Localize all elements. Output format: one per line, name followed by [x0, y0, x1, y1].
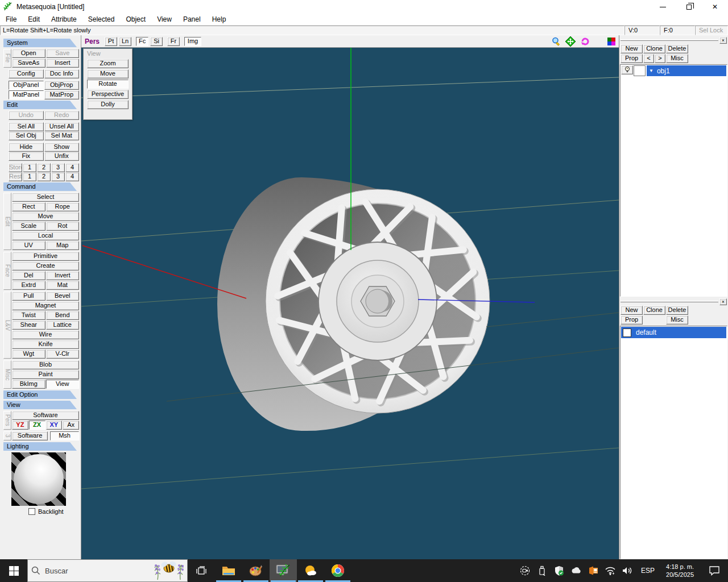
- float-rotate-button[interactable]: Rotate: [87, 80, 129, 89]
- store-slot-3[interactable]: 3: [51, 163, 65, 172]
- usb-device-icon[interactable]: [536, 565, 548, 576]
- taskbar-clock[interactable]: 4:18 p. m. 20/5/2025: [663, 563, 697, 579]
- object-prev-button[interactable]: <: [643, 54, 654, 63]
- rope-tool-button[interactable]: Rope: [46, 202, 80, 211]
- object-list[interactable]: ▼ obj1: [620, 64, 727, 297]
- lighting-preview[interactable]: [11, 452, 66, 506]
- menu-edit[interactable]: Edit: [22, 14, 46, 24]
- restore-slot-4[interactable]: 4: [65, 172, 79, 181]
- material-panel-close-icon[interactable]: ×: [719, 298, 727, 305]
- close-button[interactable]: ✕: [702, 0, 728, 14]
- object-next-button[interactable]: >: [655, 54, 665, 63]
- meet-now-icon[interactable]: [519, 565, 531, 576]
- zoom-tool-icon[interactable]: [552, 37, 561, 46]
- knife-tool-button[interactable]: Knife: [12, 340, 79, 349]
- float-move-button[interactable]: Move: [87, 69, 129, 78]
- restore-slot-1[interactable]: 1: [23, 172, 36, 181]
- float-dolly-button[interactable]: Dolly: [87, 100, 129, 109]
- minimize-button[interactable]: [650, 0, 676, 14]
- object-delete-button[interactable]: Delete: [666, 44, 688, 53]
- sel-all-button[interactable]: Sel All: [9, 122, 44, 131]
- menu-selected[interactable]: Selected: [82, 14, 121, 24]
- msh-button[interactable]: Msh: [50, 431, 79, 440]
- si-toggle-button[interactable]: Si: [150, 37, 163, 46]
- rect-tool-button[interactable]: Rect: [12, 202, 46, 211]
- command-panel-header[interactable]: Command: [3, 182, 77, 191]
- action-center-icon[interactable]: [703, 566, 726, 576]
- img-toggle-button[interactable]: Img: [184, 37, 201, 46]
- unfix-button[interactable]: Unfix: [44, 152, 80, 161]
- store-slot-4[interactable]: 4: [65, 163, 79, 172]
- rot-tool-button[interactable]: Rot: [46, 222, 80, 231]
- store-slot-2[interactable]: 2: [37, 163, 51, 172]
- menu-help[interactable]: Help: [206, 14, 232, 24]
- object-clone-button[interactable]: Clone: [643, 44, 665, 53]
- object-panel-rollup[interactable]: ×: [620, 36, 727, 44]
- extrd-tool-button[interactable]: Extrd: [12, 281, 46, 290]
- rotate-tool-icon[interactable]: [580, 36, 590, 47]
- matpanel-button[interactable]: MatPanel: [9, 90, 44, 99]
- docinfo-button[interactable]: Doc Info: [44, 69, 80, 78]
- software-render-button[interactable]: Software: [12, 411, 79, 420]
- bend-tool-button[interactable]: Bend: [46, 311, 80, 320]
- map-tool-button[interactable]: Map: [46, 241, 80, 250]
- taskbar-search[interactable]: Buscar: [27, 559, 188, 582]
- menu-file[interactable]: File: [0, 14, 22, 24]
- local-tool-button[interactable]: Local: [12, 231, 79, 240]
- menu-panel[interactable]: Panel: [177, 14, 206, 24]
- scene-canvas[interactable]: View Zoom Move Rotate Perspective Dolly: [81, 48, 619, 559]
- viewport-3d[interactable]: Pers Pt Ln Fc Si Fr Img: [81, 35, 619, 559]
- yz-view-button[interactable]: YZ: [12, 421, 28, 430]
- material-list[interactable]: default: [620, 326, 727, 559]
- primitive-tool-button[interactable]: Primitive: [12, 252, 79, 261]
- visibility-bulb-icon[interactable]: [621, 65, 633, 74]
- software-render-button-2[interactable]: Software: [12, 431, 48, 440]
- material-color-swatch[interactable]: [623, 329, 631, 337]
- edit-option-panel-header[interactable]: Edit Option: [3, 390, 77, 399]
- language-indicator[interactable]: ESP: [639, 567, 657, 575]
- object-item-selected[interactable]: ▼ obj1: [647, 65, 726, 76]
- store-slot-1[interactable]: 1: [23, 163, 36, 172]
- wifi-icon[interactable]: [605, 565, 616, 576]
- lattice-tool-button[interactable]: Lattice: [46, 321, 80, 330]
- float-zoom-button[interactable]: Zoom: [87, 59, 129, 68]
- select-tool-button[interactable]: Select: [12, 193, 79, 202]
- expand-triangle-icon[interactable]: ▼: [649, 68, 653, 73]
- object-lock-checkbox[interactable]: [634, 65, 646, 76]
- restore-slot-3[interactable]: 3: [51, 172, 65, 181]
- blob-tool-button[interactable]: Blob: [12, 360, 79, 369]
- restore-slot-2[interactable]: 2: [37, 172, 51, 181]
- invert-tool-button[interactable]: Invert: [46, 271, 80, 280]
- taskbar-weather-icon[interactable]: [297, 559, 324, 582]
- material-clone-button[interactable]: Clone: [643, 306, 665, 315]
- store-button[interactable]: Store: [9, 163, 22, 172]
- lighting-panel-header[interactable]: Lighting: [3, 442, 77, 451]
- hide-button[interactable]: Hide: [9, 143, 44, 152]
- material-panel-rollup[interactable]: ×: [620, 298, 727, 305]
- taskbar-chrome-icon[interactable]: [324, 559, 351, 582]
- del-tool-button[interactable]: Del: [12, 271, 46, 280]
- create-tool-button[interactable]: Create: [12, 261, 79, 271]
- material-new-button[interactable]: New: [621, 306, 643, 315]
- view-tool-button[interactable]: View: [46, 380, 80, 389]
- face-toggle-button[interactable]: Fc: [136, 37, 148, 46]
- fr-toggle-button[interactable]: Fr: [167, 37, 180, 46]
- onedrive-cloud-icon[interactable]: [570, 565, 582, 576]
- object-prop-button[interactable]: Prop: [621, 54, 643, 63]
- taskbar-paint-icon[interactable]: [242, 559, 270, 582]
- saveas-button[interactable]: SaveAs: [12, 59, 46, 68]
- sel-lock-indicator[interactable]: Sel Lock: [695, 26, 728, 35]
- config-button[interactable]: Config: [9, 69, 44, 78]
- bevel-tool-button[interactable]: Bevel: [46, 292, 80, 301]
- pull-tool-button[interactable]: Pull: [12, 292, 46, 301]
- volume-icon[interactable]: [622, 565, 633, 576]
- taskbar-file-explorer-icon[interactable]: [215, 559, 242, 582]
- material-misc-button[interactable]: Misc: [666, 315, 688, 325]
- menu-object[interactable]: Object: [120, 14, 151, 24]
- color-palette-icon[interactable]: [607, 38, 615, 45]
- vclr-tool-button[interactable]: V-Clr: [46, 350, 80, 359]
- object-panel-close-icon[interactable]: ×: [719, 37, 727, 44]
- objprop-button[interactable]: ObjProp: [44, 81, 80, 90]
- line-toggle-button[interactable]: Ln: [119, 37, 131, 46]
- taskbar-metasequoia-icon[interactable]: [270, 559, 297, 582]
